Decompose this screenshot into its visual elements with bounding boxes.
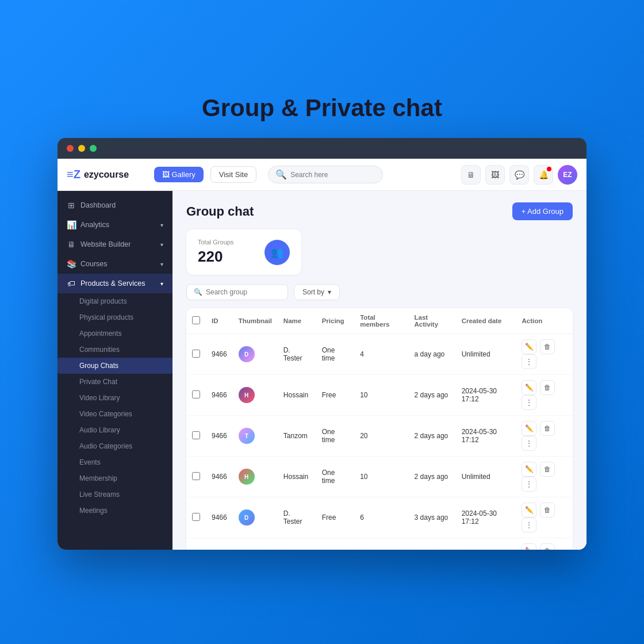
sidebar-sub-live-streams[interactable]: Live Streams bbox=[57, 486, 172, 503]
cell-activity: a day ago bbox=[409, 334, 456, 375]
top-search-input[interactable] bbox=[290, 171, 375, 179]
row-checkbox-2[interactable] bbox=[192, 431, 200, 439]
sidebar-sub-private-chat[interactable]: Private Chat bbox=[57, 374, 172, 390]
cell-members: 10 bbox=[354, 457, 408, 497]
thumbnail-avatar: T bbox=[239, 428, 255, 444]
edit-icon[interactable]: ✏️ bbox=[522, 462, 536, 477]
cell-thumbnail: D bbox=[233, 334, 278, 375]
cell-id: 9466 bbox=[206, 416, 233, 457]
edit-icon[interactable]: ✏️ bbox=[522, 339, 536, 354]
delete-icon[interactable]: 🗑 bbox=[540, 380, 555, 395]
cell-members: 20 bbox=[354, 416, 408, 457]
cell-members: 10 bbox=[354, 375, 408, 416]
stats-info: Total Groups 220 bbox=[198, 239, 233, 266]
sidebar-sub-audio-library[interactable]: Audio Library bbox=[57, 422, 172, 438]
nav-icon-bell[interactable]: 🔔 bbox=[534, 165, 553, 185]
sidebar-item-analytics[interactable]: 📊 Analytics ▾ bbox=[57, 215, 172, 235]
delete-icon[interactable]: 🗑 bbox=[540, 421, 555, 436]
table-row: 9466 H Hossain Free 10 2 days ago 2024-0… bbox=[186, 375, 573, 416]
col-thumbnail: Thumbnail bbox=[233, 308, 278, 334]
sidebar-sub-appointments[interactable]: Appointments bbox=[57, 325, 172, 342]
thumbnail-avatar: D bbox=[239, 346, 255, 362]
sidebar-sub-membership[interactable]: Membership bbox=[57, 470, 172, 486]
logo-icon: ≡Z bbox=[67, 168, 80, 181]
chevron-icon: ▾ bbox=[160, 281, 163, 287]
courses-icon: 📚 bbox=[67, 259, 76, 269]
cell-action: ✏️ 🗑 ⋮ bbox=[516, 538, 573, 550]
row-checkbox-3[interactable] bbox=[192, 472, 200, 480]
cell-id: 9466 bbox=[206, 334, 233, 375]
sidebar-sub-video-categories[interactable]: Video Categories bbox=[57, 406, 172, 422]
browser-dot-green bbox=[90, 145, 97, 152]
more-icon[interactable]: ⋮ bbox=[522, 518, 536, 532]
table-row: 9466 D D. Tester Free 6 3 days ago 2024-… bbox=[186, 497, 573, 538]
sidebar-item-label: Courses bbox=[80, 260, 108, 268]
edit-icon[interactable]: ✏️ bbox=[522, 503, 536, 518]
table-container: ID Thumbnail Name Pricing Total members … bbox=[186, 308, 573, 550]
edit-icon[interactable]: ✏️ bbox=[522, 543, 536, 550]
sidebar-item-products-services[interactable]: 🏷 Products & Services ▾ bbox=[57, 274, 172, 293]
sidebar-sub-video-library[interactable]: Video Library bbox=[57, 390, 172, 406]
delete-icon[interactable]: 🗑 bbox=[540, 503, 555, 518]
nav-icon-monitor[interactable]: 🖥 bbox=[461, 165, 481, 185]
table-header-row: ID Thumbnail Name Pricing Total members … bbox=[186, 308, 573, 334]
page-header: Group chat + Add Group bbox=[186, 202, 573, 220]
sidebar-item-dashboard[interactable]: ⊞ Dashboard bbox=[57, 195, 172, 215]
delete-icon[interactable]: 🗑 bbox=[540, 543, 555, 550]
user-avatar[interactable]: EZ bbox=[558, 165, 577, 185]
nav-icon-chat[interactable]: 💬 bbox=[509, 165, 529, 185]
sidebar-sub-communities[interactable]: Communities bbox=[57, 342, 172, 358]
dashboard-icon: ⊞ bbox=[67, 201, 76, 210]
more-icon[interactable]: ⋮ bbox=[522, 436, 536, 451]
cell-created: 2024-05-30 17:12 bbox=[456, 416, 516, 457]
cell-pricing: One time bbox=[316, 334, 355, 375]
cell-pricing: One time bbox=[316, 457, 355, 497]
cell-action: ✏️ 🗑 ⋮ bbox=[516, 457, 573, 497]
col-created: Created date bbox=[456, 308, 516, 334]
cell-action: ✏️ 🗑 ⋮ bbox=[516, 497, 573, 538]
row-checkbox-4[interactable] bbox=[192, 513, 200, 521]
row-checkbox-1[interactable] bbox=[192, 390, 200, 398]
sidebar-sub-digital-products[interactable]: Digital products bbox=[57, 293, 172, 309]
cell-activity: 2 days ago bbox=[409, 416, 456, 457]
cell-thumbnail: T bbox=[233, 416, 278, 457]
filters-row: 🔍 Sort by ▾ bbox=[186, 284, 573, 300]
cell-id: 9466 bbox=[206, 538, 233, 550]
sidebar-item-website-builder[interactable]: 🖥 Website Builder ▾ bbox=[57, 235, 172, 254]
more-icon[interactable]: ⋮ bbox=[522, 354, 536, 369]
row-checkbox-0[interactable] bbox=[192, 350, 200, 358]
sidebar-sub-audio-categories[interactable]: Audio Categories bbox=[57, 438, 172, 454]
delete-icon[interactable]: 🗑 bbox=[540, 462, 555, 477]
cell-name: Hossain bbox=[278, 457, 316, 497]
page-heading: Group chat bbox=[186, 204, 254, 219]
col-action: Action bbox=[516, 308, 573, 334]
gallery-button[interactable]: 🖼 Gallery bbox=[154, 167, 204, 182]
thumbnail-avatar: D bbox=[239, 509, 255, 526]
sidebar-sub-events[interactable]: Events bbox=[57, 454, 172, 470]
logo-area: ≡Z ezycourse bbox=[67, 168, 147, 181]
sidebar-sub-group-chats[interactable]: Group Chats bbox=[57, 358, 172, 374]
sidebar-sub-meetings[interactable]: Meetings bbox=[57, 503, 172, 519]
sidebar-sub-physical-products[interactable]: Physical products bbox=[57, 309, 172, 325]
select-all-checkbox[interactable] bbox=[192, 316, 200, 324]
sort-button[interactable]: Sort by ▾ bbox=[294, 284, 340, 300]
group-search-input[interactable] bbox=[206, 288, 281, 296]
col-pricing: Pricing bbox=[316, 308, 355, 334]
chevron-icon: ▾ bbox=[160, 261, 163, 267]
nav-icons: 🖥 🖼 💬 🔔 EZ bbox=[461, 165, 577, 185]
edit-icon[interactable]: ✏️ bbox=[522, 380, 536, 395]
edit-icon[interactable]: ✏️ bbox=[522, 421, 536, 436]
sidebar-item-courses[interactable]: 📚 Courses ▾ bbox=[57, 254, 172, 274]
add-group-button[interactable]: + Add Group bbox=[512, 202, 573, 220]
more-icon[interactable]: ⋮ bbox=[522, 477, 536, 492]
col-members: Total members bbox=[354, 308, 408, 334]
visit-site-button[interactable]: Visit Site bbox=[210, 166, 256, 183]
nav-icon-image[interactable]: 🖼 bbox=[485, 165, 505, 185]
cell-created: Unlimited bbox=[456, 538, 516, 550]
delete-icon[interactable]: 🗑 bbox=[540, 339, 555, 354]
cell-created: 2024-05-30 17:12 bbox=[456, 497, 516, 538]
main-layout: ⊞ Dashboard 📊 Analytics ▾ 🖥 Website Buil… bbox=[57, 191, 586, 550]
table-row: 9466 T Tanzom One time 20 2 days ago 202… bbox=[186, 416, 573, 457]
products-icon: 🏷 bbox=[67, 279, 76, 288]
more-icon[interactable]: ⋮ bbox=[522, 395, 536, 410]
